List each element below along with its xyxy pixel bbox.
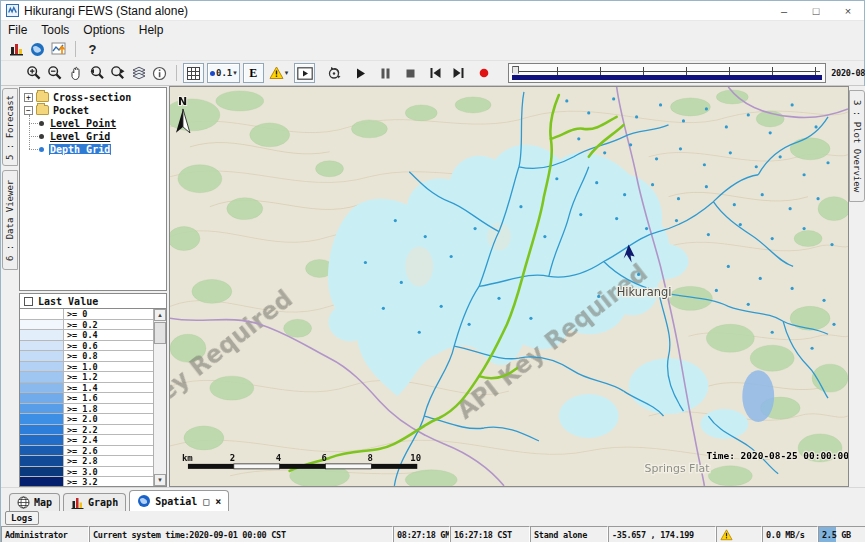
document-tab-bar: Map Graph Spatial □ × <box>1 487 865 511</box>
status-user: Administrator <box>1 526 89 542</box>
tab-map-label: Map <box>34 497 52 508</box>
legend-row: >= 0.6 <box>20 341 153 352</box>
tab-data-viewer[interactable]: 6 : Data Viewer <box>2 170 18 270</box>
grid-display-icon[interactable] <box>183 63 204 83</box>
legend-list: >= 0 >= 0.2 >= 0.4 >= 0.6 >= 0.8 >= 1.0 … <box>19 309 167 487</box>
legend-row: >= 2.0 <box>20 414 153 425</box>
tab-map[interactable]: Map <box>9 493 60 511</box>
timeseries-dialog-icon[interactable] <box>48 39 69 59</box>
movie-loop-icon[interactable] <box>323 63 344 83</box>
expand-icon[interactable]: + <box>24 93 33 102</box>
elevation-labels-icon[interactable]: E <box>243 63 264 83</box>
last-value-checkbox[interactable] <box>24 297 33 306</box>
play-icon[interactable] <box>350 63 371 83</box>
main-toolbar: ? <box>1 38 864 61</box>
globe-blue-icon <box>137 494 151 508</box>
tab-forecast[interactable]: 5 : Forecast <box>2 88 18 166</box>
status-local-time: 16:27:18 CST <box>450 526 530 542</box>
warning-triangle-icon <box>720 529 733 541</box>
last-value-row: Last Value <box>19 293 167 309</box>
menu-tools[interactable]: Tools <box>34 21 76 38</box>
timeline-slider[interactable] <box>508 63 826 83</box>
zoom-previous-icon[interactable] <box>86 63 107 83</box>
tab-graph-label: Graph <box>88 497 118 508</box>
database-viewer-icon[interactable] <box>6 39 27 59</box>
legend-row: >= 2.6 <box>20 446 153 457</box>
legend-swatch <box>20 330 64 340</box>
collapse-icon[interactable]: − <box>24 106 33 115</box>
info-icon[interactable] <box>149 63 170 83</box>
legend-row: >= 2.2 <box>20 425 153 436</box>
map-viewport[interactable]: API Key Required API Key Required <box>169 86 849 487</box>
tab-spatial-label: Spatial <box>155 496 197 507</box>
menu-options[interactable]: Options <box>76 21 131 38</box>
legend-swatch <box>20 341 64 351</box>
zoom-next-icon[interactable] <box>107 63 128 83</box>
status-system-time: Current system time:2020-09-01 00:00 CST <box>89 526 393 542</box>
scale-unit: km <box>182 453 193 463</box>
maximize-button[interactable]: □ <box>800 1 832 20</box>
minimize-button[interactable]: – <box>768 1 800 20</box>
status-download-rate: 0.0 MB/s <box>762 526 818 542</box>
tree-leaf-level-point[interactable]: Level Point <box>29 117 166 129</box>
zoom-out-icon[interactable] <box>44 63 65 83</box>
skip-to-end-icon[interactable] <box>448 63 469 83</box>
thresholds-dropdown[interactable]: ▾ <box>267 63 291 83</box>
tab-spatial[interactable]: Spatial □ × <box>129 490 229 511</box>
legend-row: >= 3.2 <box>20 477 153 487</box>
status-mode: Stand alone <box>530 526 608 542</box>
legend-row: >= 3.0 <box>20 467 153 478</box>
tab-plot-overview[interactable]: 3 : Plot Overview <box>849 90 865 202</box>
app-logo-icon <box>6 4 19 17</box>
legend-row: >= 0.4 <box>20 330 153 341</box>
legend-scrollbar[interactable]: ▲ ▼ <box>153 309 166 486</box>
help-button[interactable]: ? <box>82 39 103 59</box>
layers-icon[interactable] <box>128 63 149 83</box>
contour-interval-dropdown[interactable]: 0.1 ▾ <box>207 63 240 83</box>
record-icon[interactable] <box>473 63 494 83</box>
globe-wireframe-icon <box>17 496 30 509</box>
map-display-icon[interactable] <box>27 39 48 59</box>
legend-swatch <box>20 414 64 424</box>
menu-bar: File Tools Options Help <box>1 21 864 38</box>
tab-close-icon[interactable]: × <box>215 496 221 507</box>
status-warning-cell[interactable] <box>716 526 762 542</box>
svg-text:4: 4 <box>276 453 281 463</box>
bullet-icon <box>39 147 44 152</box>
tab-maximize-icon[interactable]: □ <box>203 496 209 507</box>
legend-panel: Last Value >= 0 >= 0.2 >= 0.4 >= 0.6 >= … <box>19 293 167 487</box>
legend-swatch <box>20 383 64 393</box>
warning-triangle-icon <box>269 66 284 80</box>
menu-file[interactable]: File <box>1 21 34 38</box>
legend-swatch <box>20 435 64 445</box>
scrollbar-thumb[interactable] <box>154 322 166 344</box>
interval-value: 0.1 <box>216 68 232 78</box>
skip-to-start-icon[interactable] <box>425 63 446 83</box>
tab-graph[interactable]: Graph <box>63 493 126 511</box>
bar-chart-icon <box>71 496 84 509</box>
legend-swatch <box>20 320 64 330</box>
tree-node-pocket[interactable]: − Pocket <box>24 104 166 116</box>
legend-swatch <box>20 393 64 403</box>
stop-icon[interactable] <box>400 63 421 83</box>
scroll-down-icon[interactable]: ▼ <box>154 474 166 486</box>
zoom-in-icon[interactable] <box>23 63 44 83</box>
application-window: Hikurangi FEWS (Stand alone) – □ × File … <box>0 0 865 542</box>
tree-leaf-level-grid[interactable]: Level Grid <box>29 130 166 142</box>
legend-swatch <box>20 404 64 414</box>
legend-row: >= 0 <box>20 309 153 320</box>
logs-button[interactable]: Logs <box>5 511 39 525</box>
scroll-up-icon[interactable]: ▲ <box>154 309 166 321</box>
pan-hand-icon[interactable] <box>65 63 86 83</box>
close-button[interactable]: × <box>832 1 864 20</box>
left-panel: + Cross-section − Pocket Level Point <box>19 86 169 487</box>
timeline-range-bar <box>512 75 822 80</box>
pause-icon[interactable] <box>375 63 396 83</box>
chevron-down-icon: ▾ <box>285 69 289 77</box>
tree-leaf-depth-grid[interactable]: Depth Grid <box>29 143 166 155</box>
animation-panel-icon[interactable] <box>294 63 315 83</box>
tree-node-cross-section[interactable]: + Cross-section <box>24 91 166 103</box>
tree-node-label: Cross-section <box>53 92 131 103</box>
legend-row: >= 0.2 <box>20 320 153 331</box>
menu-help[interactable]: Help <box>132 21 171 38</box>
